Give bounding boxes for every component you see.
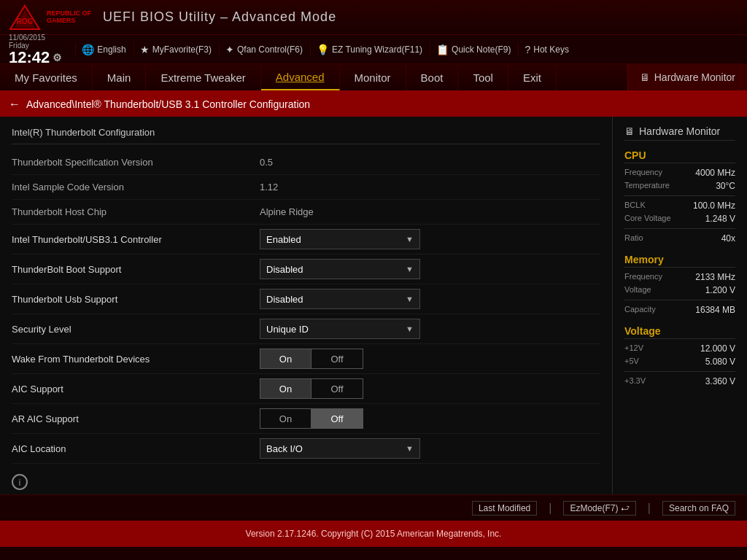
footer: Version 2.17.1246. Copyright (C) 2015 Am… — [0, 521, 747, 547]
nav-extreme-tweaker[interactable]: Extreme Tweaker — [146, 64, 260, 90]
hw-cpu-ratio-val: 40x — [721, 233, 735, 244]
rog-logo: ROG — [9, 4, 41, 31]
svg-text:ROG: ROG — [17, 18, 34, 26]
chevron-down-icon: ▼ — [406, 444, 414, 453]
fan-icon: ✦ — [225, 44, 234, 55]
toggle-wake-from-tb: On Off — [260, 349, 363, 369]
header: ROG REPUBLIC OF GAMERS UEFI BIOS Utility… — [0, 0, 747, 35]
nav-monitor[interactable]: Monitor — [340, 64, 406, 90]
hw-volt-5v-val: 5.080 V — [705, 357, 735, 367]
toggle-off-wake[interactable]: Off — [311, 349, 363, 368]
hotkeys-button[interactable]: ? Hot Keys — [518, 42, 574, 57]
ezmode-button[interactable]: EzMode(F7) ⮐ — [563, 501, 635, 516]
chevron-down-icon: ▼ — [406, 295, 414, 303]
dropdown-tb-controller[interactable]: Enabled ▼ — [260, 229, 420, 249]
chevron-down-icon: ▼ — [406, 265, 414, 273]
setting-row-intel-sample: Intel Sample Code Version 1.12 — [12, 175, 600, 200]
main-content-area: Intel(R) Thunderbolt Configuration Thund… — [0, 117, 747, 494]
hw-section-cpu-name: CPU — [624, 149, 735, 163]
hw-divider-1 — [624, 195, 735, 196]
settings-gear-icon[interactable]: ⚙ — [53, 52, 62, 63]
info-area: i — [0, 470, 612, 494]
language-selector[interactable]: 🌐 English — [75, 42, 131, 57]
dropdown-tb-usb-support[interactable]: Disabled ▼ — [260, 289, 420, 309]
hw-mem-freq-label: Frequency — [624, 272, 662, 282]
setting-label-aic-support: AIC Support — [12, 384, 260, 394]
setting-row-aic-support: AIC Support On Off — [12, 374, 600, 404]
nav-tool[interactable]: Tool — [458, 64, 508, 90]
hw-divider-4 — [624, 371, 735, 372]
setting-row-tb-boot-support: ThunderBolt Boot Support Disabled ▼ — [12, 254, 600, 284]
hw-volt-5v-row: +5V 5.080 V — [624, 357, 735, 367]
bottom-bar: Last Modified | EzMode(F7) ⮐ | Search on… — [0, 494, 747, 521]
setting-label-tb-usb-support: Thunderbolt Usb Support — [12, 294, 260, 305]
search-faq-button[interactable]: Search on FAQ — [662, 501, 735, 516]
hw-section-voltage-name: Voltage — [624, 325, 735, 339]
monitor-icon: 🖥 — [640, 71, 650, 83]
hw-section-memory: Memory Frequency 2133 MHz Voltage 1.200 … — [624, 254, 735, 315]
setting-label-intel-sample: Intel Sample Code Version — [12, 182, 260, 192]
settings-section-title: Intel(R) Thunderbolt Configuration — [12, 122, 600, 144]
hw-volt-5v-label: +5V — [624, 357, 639, 367]
setting-label-tb-spec-ver: Thunderbolt Specification Version — [12, 157, 260, 168]
toggle-off-ar-aic[interactable]: Off — [311, 409, 363, 428]
toggle-off-aic[interactable]: Off — [311, 379, 363, 398]
datetime-display: 11/06/2015 Friday 12:42 ⚙ — [9, 34, 62, 66]
quicknote-button[interactable]: 📋 Quick Note(F9) — [430, 42, 516, 57]
toggle-on-wake[interactable]: On — [260, 349, 311, 368]
toggle-on-ar-aic[interactable]: On — [260, 409, 311, 428]
dropdown-tb-boot-support[interactable]: Disabled ▼ — [260, 259, 420, 279]
setting-row-tb-host-chip: Thunderbolt Host Chip Alpine Ridge — [12, 200, 600, 225]
hw-section-memory-name: Memory — [624, 254, 735, 268]
hw-mem-volt-row: Voltage 1.200 V — [624, 285, 735, 295]
hw-mem-volt-val: 1.200 V — [705, 285, 735, 295]
back-button[interactable]: ← — [9, 98, 20, 111]
qfan-button[interactable]: ✦ Qfan Control(F6) — [219, 42, 309, 57]
dropdown-security-level[interactable]: Unique ID ▼ — [260, 319, 420, 339]
info-icon: i — [12, 474, 28, 490]
hw-volt-12v-row: +12V 12.000 V — [624, 343, 735, 354]
setting-row-wake-from-tb: Wake From Thunderbolt Devices On Off — [12, 344, 600, 374]
lightbulb-icon: 💡 — [317, 44, 329, 55]
date-display: 11/06/2015 Friday — [9, 34, 62, 50]
hw-cpu-bclk-row: BCLK 100.0 MHz — [624, 201, 735, 211]
app-title: UEFI BIOS Utility – Advanced Mode — [103, 9, 336, 25]
hw-mem-cap-row: Capacity 16384 MB — [624, 305, 735, 315]
hw-divider-3 — [624, 300, 735, 300]
setting-row-aic-location: AIC Location Back I/O ▼ — [12, 434, 600, 464]
hw-volt-33v-row: +3.3V 3.360 V — [624, 376, 735, 386]
nav-advanced[interactable]: Advanced — [261, 64, 340, 90]
last-modified-button[interactable]: Last Modified — [472, 501, 537, 516]
bottom-divider-2: | — [648, 502, 651, 515]
toggle-on-aic[interactable]: On — [260, 379, 311, 398]
note-icon: 📋 — [436, 44, 449, 55]
dropdown-aic-location[interactable]: Back I/O ▼ — [260, 438, 420, 459]
setting-row-ar-aic-support: AR AIC Support On Off — [12, 404, 600, 434]
hw-cpu-corevolt-val: 1.248 V — [705, 214, 735, 224]
logo-gamers: GAMERS — [47, 18, 91, 25]
myfavorite-button[interactable]: ★ MyFavorite(F3) — [133, 42, 217, 57]
hardware-monitor-nav: 🖥 Hardware Monitor — [627, 64, 747, 90]
nav-main[interactable]: Main — [93, 64, 147, 90]
hw-cpu-corevolt-row: Core Voltage 1.248 V — [624, 214, 735, 224]
chevron-down-icon: ▼ — [406, 235, 414, 244]
setting-value-tb-spec-ver: 0.5 — [260, 157, 273, 168]
star-icon: ★ — [140, 44, 150, 55]
settings-panel: Intel(R) Thunderbolt Configuration Thund… — [0, 117, 612, 470]
nav-exit[interactable]: Exit — [508, 64, 557, 90]
hw-cpu-temp-val: 30°C — [716, 181, 735, 191]
hw-mem-freq-val: 2133 MHz — [695, 272, 735, 282]
question-icon: ? — [525, 44, 530, 55]
hw-cpu-freq-label: Frequency — [624, 168, 662, 178]
hw-section-cpu: CPU Frequency 4000 MHz Temperature 30°C … — [624, 149, 735, 244]
nav-my-favorites[interactable]: My Favorites — [0, 64, 93, 90]
setting-row-security-level: Security Level Unique ID ▼ — [12, 314, 600, 344]
eztuning-button[interactable]: 💡 EZ Tuning Wizard(F11) — [310, 42, 428, 57]
setting-label-aic-location: AIC Location — [12, 443, 260, 454]
breadcrumb: ← Advanced\Intel® Thunderbolt/USB 3.1 Co… — [0, 92, 747, 117]
setting-row-tb-controller: Intel Thunderbolt/USB3.1 Controller Enab… — [12, 225, 600, 254]
hw-section-voltage: Voltage +12V 12.000 V +5V 5.080 V +3.3V … — [624, 325, 735, 386]
nav-boot[interactable]: Boot — [406, 64, 459, 90]
ezmode-icon: ⮐ — [621, 503, 630, 513]
hw-mem-volt-label: Voltage — [624, 285, 651, 295]
